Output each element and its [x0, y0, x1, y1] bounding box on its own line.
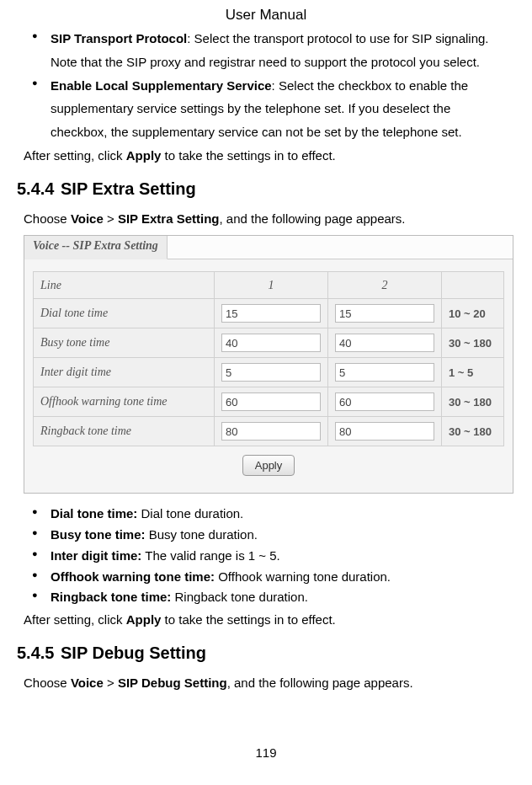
dial-tone-time-input-1[interactable] — [221, 304, 321, 323]
tab-sip-extra-setting[interactable]: Voice -- SIP Extra Setting — [24, 236, 168, 259]
after-setting-note: After setting, click Apply to take the s… — [17, 144, 515, 168]
range-value: 30 ~ 180 — [442, 328, 504, 358]
page-header-title: User Manual — [10, 0, 522, 27]
table-row: Dial tone time 10 ~ 20 — [34, 299, 504, 328]
row-label: Dial tone time — [34, 299, 215, 328]
tab-empty-area — [168, 236, 513, 259]
section-number: 5.4.4 — [17, 179, 61, 199]
section-heading-sip-extra: 5.4.4SIP Extra Setting — [17, 168, 515, 207]
desc-bullet-item: Offhook warning tone time: Offhook warni… — [51, 567, 515, 588]
table-header-row: Line 1 2 — [34, 272, 504, 299]
inter-digit-time-input-2[interactable] — [335, 363, 434, 382]
after-setting-pre: After setting, click — [24, 612, 126, 627]
after-setting-bold: Apply — [126, 148, 162, 163]
desc-text: The valid range is 1 ~ 5. — [141, 548, 279, 563]
row-label: Ringback tone time — [34, 417, 215, 446]
embedded-ui-screenshot: Voice -- SIP Extra Setting Line 1 2 Dial… — [24, 235, 513, 494]
choose-b1: Voice — [71, 211, 104, 226]
bullet-sep: : — [187, 31, 194, 45]
choose-pre: Choose — [24, 676, 71, 690]
breadcrumb-instruction: Choose Voice > SIP Debug Setting, and th… — [17, 671, 515, 695]
busy-tone-time-input-1[interactable] — [221, 334, 321, 352]
desc-term: Busy tone time: — [51, 527, 146, 542]
desc-term: Dial tone time: — [51, 506, 137, 521]
bullet-sep: : — [272, 78, 279, 93]
description-bullet-list: Dial tone time: Dial tone duration. Busy… — [17, 504, 515, 608]
table-row: Offhook warning tone time 30 ~ 180 — [34, 387, 504, 417]
header-line-label: Line — [34, 272, 215, 299]
choose-mid: > — [104, 211, 118, 226]
tab-row: Voice -- SIP Extra Setting — [24, 236, 513, 259]
desc-text: Busy tone duration. — [146, 527, 258, 542]
section-heading-sip-debug: 5.4.5SIP Debug Setting — [17, 632, 515, 671]
intro-bullet-list: SIP Transport Protocol: Select the trans… — [17, 27, 515, 144]
choose-b1: Voice — [71, 676, 104, 690]
choose-mid: > — [104, 676, 118, 690]
desc-term: Offhook warning tone time: — [51, 569, 215, 584]
settings-table: Line 1 2 Dial tone time 10 ~ 20 Busy ton… — [33, 271, 504, 446]
row-label: Inter digit time — [34, 358, 215, 387]
bullet-term: Enable Local Supplementary Service — [51, 78, 272, 93]
desc-term: Ringback tone time: — [51, 590, 171, 604]
settings-panel: Line 1 2 Dial tone time 10 ~ 20 Busy ton… — [24, 259, 513, 493]
section-title: SIP Extra Setting — [61, 179, 196, 198]
desc-term: Inter digit time: — [51, 548, 141, 563]
desc-bullet-item: Inter digit time: The valid range is 1 ~… — [51, 546, 515, 567]
row-label: Offhook warning tone time — [34, 387, 215, 417]
choose-b2: SIP Debug Setting — [118, 676, 227, 690]
header-col-1: 1 — [215, 272, 328, 299]
breadcrumb-instruction: Choose Voice > SIP Extra Setting, and th… — [17, 207, 515, 231]
offhook-warning-input-1[interactable] — [221, 392, 321, 411]
after-setting-bold: Apply — [126, 612, 162, 627]
apply-button[interactable]: Apply — [242, 455, 295, 476]
offhook-warning-input-2[interactable] — [335, 392, 434, 411]
table-row: Ringback tone time 30 ~ 180 — [34, 417, 504, 446]
choose-post: , and the following page appears. — [227, 676, 413, 690]
busy-tone-time-input-2[interactable] — [335, 334, 434, 352]
choose-post: , and the following page appears. — [219, 211, 405, 226]
dial-tone-time-input-2[interactable] — [335, 304, 434, 323]
section-number: 5.4.5 — [17, 643, 61, 663]
intro-bullet-item: Enable Local Supplementary Service: Sele… — [51, 74, 515, 144]
intro-bullet-item: SIP Transport Protocol: Select the trans… — [51, 27, 515, 74]
desc-text: Dial tone duration. — [137, 506, 243, 521]
row-label: Busy tone time — [34, 328, 215, 358]
ringback-tone-input-1[interactable] — [221, 422, 321, 441]
range-value: 30 ~ 180 — [442, 417, 504, 446]
desc-bullet-item: Busy tone time: Busy tone duration. — [51, 525, 515, 546]
section-title: SIP Debug Setting — [61, 643, 206, 662]
ringback-tone-input-2[interactable] — [335, 422, 434, 441]
after-setting-suf: to take the settings in to effect. — [161, 612, 335, 627]
apply-row: Apply — [33, 446, 504, 484]
table-row: Inter digit time 1 ~ 5 — [34, 358, 504, 387]
after-setting-pre: After setting, click — [24, 148, 126, 163]
desc-bullet-item: Ringback tone time: Ringback tone durati… — [51, 587, 515, 608]
after-setting-note: After setting, click Apply to take the s… — [17, 608, 515, 632]
desc-bullet-item: Dial tone time: Dial tone duration. — [51, 504, 515, 525]
range-value: 30 ~ 180 — [442, 387, 504, 417]
header-col-2: 2 — [328, 272, 442, 299]
range-value: 10 ~ 20 — [442, 299, 504, 328]
choose-b2: SIP Extra Setting — [118, 211, 220, 226]
range-value: 1 ~ 5 — [442, 358, 504, 387]
inter-digit-time-input-1[interactable] — [221, 363, 321, 382]
page-number: 119 — [0, 745, 532, 760]
table-row: Busy tone time 30 ~ 180 — [34, 328, 504, 358]
desc-text: Ringback tone duration. — [171, 590, 308, 604]
header-range — [442, 272, 504, 299]
bullet-term: SIP Transport Protocol — [51, 31, 187, 45]
after-setting-suf: to take the settings in to effect. — [161, 148, 335, 163]
desc-text: Offhook warning tone duration. — [215, 569, 391, 584]
choose-pre: Choose — [24, 211, 71, 226]
